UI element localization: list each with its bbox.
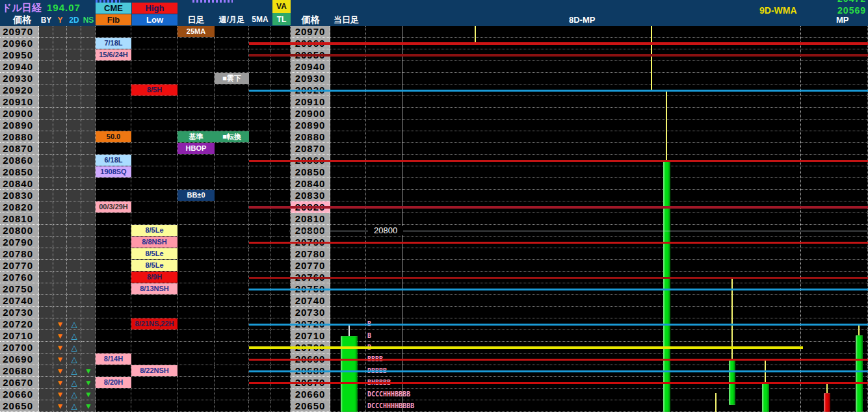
low-button[interactable]: Low [132,14,178,25]
cme-button[interactable]: CME [96,3,131,14]
label-cell [131,400,178,412]
signal-cell [67,96,81,108]
signal-cell [39,26,53,38]
label-cell [178,178,215,190]
ladder-price-cell[interactable]: 20870 [291,143,330,155]
ladder-price-cell[interactable]: 20940 [0,61,39,73]
up-signal-icon: △ [67,400,81,412]
wma9-label: 9D-WMA [759,5,797,16]
label-cell [215,166,249,178]
ladder-price-cell[interactable]: 20650 [0,400,39,412]
ladder-price-cell[interactable]: 20880 [291,131,330,143]
signal-cell [39,365,53,377]
signal-cell [39,190,53,201]
ladder-price-cell[interactable]: 20680 [0,365,39,377]
ladder-price-cell[interactable]: 20790 [0,237,39,248]
ladder-price-cell[interactable]: 20780 [291,248,330,260]
ladder-price-cell[interactable]: 20710 [0,330,39,342]
ladder-price-cell[interactable]: 20740 [0,295,39,307]
label-cell [178,49,215,61]
signal-cell [53,295,67,307]
ladder-price-cell[interactable]: 20690 [0,354,39,365]
ladder-price-cell[interactable]: 20650 [291,400,330,412]
ladder-price-cell[interactable]: 20900 [291,108,330,120]
sell-signal-icon: ▼ [53,400,67,412]
ladder-price-cell[interactable]: 20770 [0,260,39,272]
ladder-price-cell[interactable]: 20710 [291,330,330,342]
ladder-price-cell[interactable]: 20850 [291,166,330,178]
ladder-price-cell[interactable]: 20860 [0,155,39,166]
label-cell [215,318,249,330]
signal-cell [53,225,67,237]
label-cell [271,213,291,225]
ladder-price-cell[interactable]: 20950 [0,49,39,61]
ladder-price-cell[interactable]: 20930 [291,73,330,84]
ladder-price-cell[interactable]: 20730 [0,307,39,318]
signal-cell [81,225,96,237]
signal-cell [67,108,81,120]
ladder-price-cell[interactable]: 20740 [291,295,330,307]
ladder-price-cell[interactable]: 20880 [0,131,39,143]
ladder-price-cell[interactable]: 20810 [0,213,39,225]
signal-cell [53,248,67,260]
ladder-price-cell[interactable]: 20720 [0,318,39,330]
label-cell [249,131,271,143]
signal-cell [53,237,67,248]
va-button[interactable]: VA [272,0,291,13]
level-tag: 8/13NSH [131,283,178,294]
ladder-price-cell[interactable]: 20890 [291,120,330,131]
ladder-price-cell[interactable]: 20830 [291,190,330,201]
ladder-price-cell[interactable]: 20910 [291,96,330,108]
sell-signal-icon: ▼ [53,342,67,354]
col-header-y: Y [53,16,67,25]
signal-cell [39,201,53,213]
ladder-price-cell[interactable]: 20840 [0,178,39,190]
level-tag: ■雲下 [215,73,249,84]
ladder-price-cell[interactable]: 20700 [0,342,39,354]
tl-button[interactable]: TL [272,13,291,25]
ladder-price-cell[interactable]: 20800 [0,225,39,237]
ladder-price-cell[interactable]: 20840 [291,178,330,190]
ladder-price-cell[interactable]: 20670 [0,377,39,389]
ladder-price-cell[interactable]: 20820 [0,201,39,213]
fib-button[interactable]: Fib [96,14,131,25]
ladder-price-cell[interactable]: 20870 [0,143,39,155]
ladder-price-cell[interactable]: 20920 [0,84,39,96]
signal-cell [81,49,96,61]
label-cell [271,178,291,190]
signal-cell [39,342,53,354]
ladder-price-cell[interactable]: 20750 [0,283,39,295]
label-cell [96,190,131,201]
ladder-price-cell[interactable]: 20830 [0,190,39,201]
candle-wick [666,90,667,161]
ladder-price-cell[interactable]: 20910 [0,96,39,108]
ladder-price-cell[interactable]: 20890 [0,120,39,131]
ladder-price-cell[interactable]: 20940 [291,61,330,73]
ladder-price-cell[interactable]: 20770 [291,260,330,272]
ladder-price-cell[interactable]: 20930 [0,73,39,84]
ladder-price-cell[interactable]: 20660 [291,389,330,400]
signal-cell [81,213,96,225]
chart-row [330,108,868,120]
ladder-price-cell[interactable]: 20900 [0,108,39,120]
ladder-price-cell[interactable]: 20730 [291,307,330,318]
ladder-price-cell[interactable]: 20850 [0,166,39,178]
tpo-letters: DCCCHHHHBBBB [367,403,414,409]
trading-board: ドル日経 194.07 価格 BY Y 2D NS CME Fib High L… [0,0,868,412]
label-cell [178,237,215,248]
ladder-price-cell[interactable]: 20780 [0,248,39,260]
ladder-price-cell[interactable]: 20760 [0,272,39,283]
signal-cell [39,389,53,400]
up-signal-icon: △ [67,377,81,389]
ladder-price-cell[interactable]: 20970 [291,26,330,38]
signal-cell [39,318,53,330]
signal-cell [39,248,53,260]
label-cell [271,108,291,120]
ladder-price-cell[interactable]: 20970 [0,26,39,38]
ladder-price-cell[interactable]: 20960 [0,38,39,49]
ladder-price-cell[interactable]: 20810 [291,213,330,225]
ladder-price-cell[interactable]: 20660 [0,389,39,400]
high-button[interactable]: High [132,3,178,14]
level-tag: 8/5Le [131,260,178,271]
signal-cell [53,84,67,96]
